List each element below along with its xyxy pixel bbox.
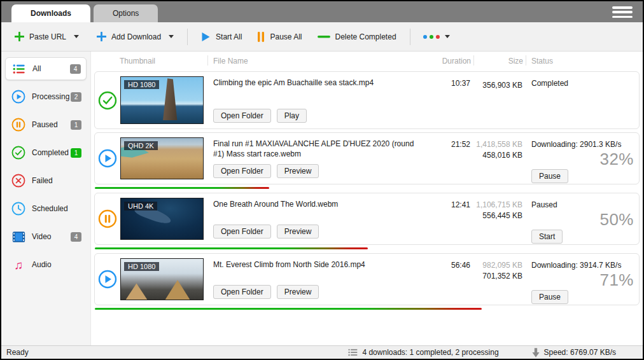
pause-all-button[interactable]: Pause All	[251, 28, 307, 46]
status-text: Downloading: 2901.3 KB/s	[531, 140, 634, 149]
size-cell: 1,106,715 KB 556,445 KB	[473, 193, 525, 244]
column-header-file-name: File Name	[207, 55, 421, 66]
progress-percent: 71%	[531, 270, 634, 290]
file-name: Mt. Everest Climb from North Side 2016.m…	[213, 260, 417, 270]
pause-button[interactable]: Pause	[531, 169, 568, 183]
plus-icon	[15, 32, 24, 41]
size-cell: 356,903 KB	[473, 72, 525, 128]
paste-url-label: Paste URL	[29, 32, 66, 41]
sidebar-item-label: All	[32, 64, 70, 73]
sidebar-item-label: Video	[32, 232, 71, 241]
sidebar-item-paused[interactable]: Paused 1	[5, 113, 87, 136]
progress-bar	[95, 308, 482, 310]
download-list-panel: Thumbnail File Name Duration Size Status	[90, 52, 643, 345]
sidebar-item-audio[interactable]: ♫ Audio	[5, 253, 87, 276]
sidebar-item-failed[interactable]: Failed	[5, 169, 87, 192]
menu-hamburger-icon[interactable]	[612, 6, 633, 18]
thumbnail-cell: HD 1080	[120, 72, 208, 128]
progress-bar	[95, 187, 269, 189]
preview-button[interactable]: Preview	[277, 225, 319, 239]
sidebar-item-label: Audio	[32, 260, 81, 269]
tab-downloads[interactable]: Downloads	[11, 4, 90, 22]
size-total: 1,106,715 KB	[473, 200, 522, 209]
status-bar: Ready 4 downloads: 1 completed, 2 proces…	[1, 345, 643, 359]
add-download-button[interactable]: Add Download	[91, 28, 179, 45]
video-thumbnail: HD 1080	[120, 258, 204, 300]
sidebar: All 4 Processing 2 Paused 1	[1, 52, 90, 345]
size-downloaded: 458,016 KB	[473, 151, 522, 160]
preview-button[interactable]: Preview	[277, 285, 319, 299]
count-badge: 2	[71, 92, 81, 102]
download-row: QHD 2K Final run #1 MAXIAVALANCHE ALPE D…	[94, 132, 640, 184]
download-card-downloading[interactable]: QHD 2K Final run #1 MAXIAVALANCHE ALPE D…	[94, 132, 640, 184]
download-card-completed[interactable]: HD 1080 Climbing the epic Am Buachaille …	[94, 71, 640, 129]
tab-downloads-label: Downloads	[31, 9, 71, 18]
music-note-icon: ♫	[11, 257, 26, 272]
duration-cell: 56:46	[421, 254, 473, 305]
preview-button[interactable]: Preview	[277, 164, 319, 178]
download-rows: HD 1080 Climbing the epic Am Buachaille …	[91, 69, 643, 345]
paste-url-button[interactable]: Paste URL	[9, 28, 85, 45]
play-button[interactable]: Play	[277, 109, 307, 123]
state-pause-circle-icon	[95, 193, 120, 244]
video-thumbnail: HD 1080	[120, 76, 204, 124]
status-text: Completed	[531, 79, 634, 88]
toolbar-separator	[187, 29, 188, 45]
size-downloaded: 701,352 KB	[473, 272, 522, 280]
sidebar-item-completed[interactable]: Completed 1	[5, 141, 87, 164]
x-circle-icon	[11, 173, 26, 188]
duration-cell: 21:52	[421, 133, 473, 184]
video-thumbnail: UHD 4K	[120, 198, 204, 240]
sidebar-item-label: Completed	[32, 148, 71, 157]
download-card-downloading[interactable]: HD 1080 Mt. Everest Climb from North Sid…	[94, 253, 640, 305]
app-window: Downloads Options Paste URL Add Download…	[0, 0, 644, 360]
sidebar-item-processing[interactable]: Processing 2	[5, 85, 87, 108]
pause-button[interactable]: Pause	[531, 290, 568, 304]
download-row: UHD 4K One Breath Around The World.webm …	[94, 193, 640, 245]
quality-badge: HD 1080	[124, 262, 159, 271]
status-text: Downloading: 3914.7 KB/s	[531, 261, 634, 270]
open-folder-button[interactable]: Open Folder	[213, 109, 271, 123]
count-badge: 1	[71, 148, 81, 158]
download-row: HD 1080 Climbing the epic Am Buachaille …	[94, 71, 640, 129]
sidebar-item-video[interactable]: Video 4	[5, 225, 87, 248]
status-cell: Downloading: 2901.3 KB/s 32% Pause	[525, 133, 639, 184]
tab-bar: Downloads Options	[1, 1, 643, 22]
size-downloaded: 556,445 KB	[473, 211, 522, 220]
more-actions-button[interactable]	[418, 31, 455, 43]
tab-options[interactable]: Options	[94, 4, 158, 22]
sidebar-item-scheduled[interactable]: Scheduled	[5, 197, 87, 220]
size-total: 982,095 KB	[473, 261, 522, 270]
status-cell: Paused 50% Start	[525, 193, 639, 244]
toolbar-separator	[410, 29, 410, 45]
tab-options-label: Options	[113, 9, 139, 18]
chevron-down-icon[interactable]	[74, 35, 79, 38]
column-header-status: Status	[526, 55, 640, 66]
progress-percent: 32%	[531, 149, 634, 169]
red-dot-icon	[436, 35, 440, 39]
status-text: Paused	[531, 200, 634, 209]
play-circle-icon	[11, 89, 26, 104]
quality-badge: UHD 4K	[124, 202, 157, 211]
open-folder-button[interactable]: Open Folder	[213, 285, 271, 299]
count-badge: 4	[71, 232, 81, 242]
all-list-icon	[11, 61, 27, 76]
statusbar-ready-text: Ready	[6, 348, 29, 357]
sidebar-item-all[interactable]: All 4	[5, 57, 87, 80]
open-folder-button[interactable]: Open Folder	[213, 225, 271, 239]
pause-icon	[257, 32, 265, 42]
size-cell: 1,418,558 KB 458,016 KB	[473, 133, 525, 184]
pause-all-label: Pause All	[270, 32, 302, 41]
start-all-button[interactable]: Start All	[195, 28, 248, 46]
check-circle-icon	[11, 145, 26, 160]
thumbnail-cell: HD 1080	[120, 254, 208, 305]
speed-text: Speed: 6769.07 KB/s	[544, 348, 616, 357]
start-button[interactable]: Start	[531, 230, 563, 244]
progress-bar	[95, 247, 368, 249]
delete-completed-button[interactable]: Delete Completed	[312, 29, 402, 45]
size-cell: 982,095 KB 701,352 KB	[473, 254, 525, 305]
open-folder-button[interactable]: Open Folder	[213, 164, 271, 178]
download-card-paused[interactable]: UHD 4K One Breath Around The World.webm …	[94, 193, 640, 245]
chevron-down-icon[interactable]	[169, 35, 174, 38]
filmstrip-icon	[11, 229, 26, 244]
